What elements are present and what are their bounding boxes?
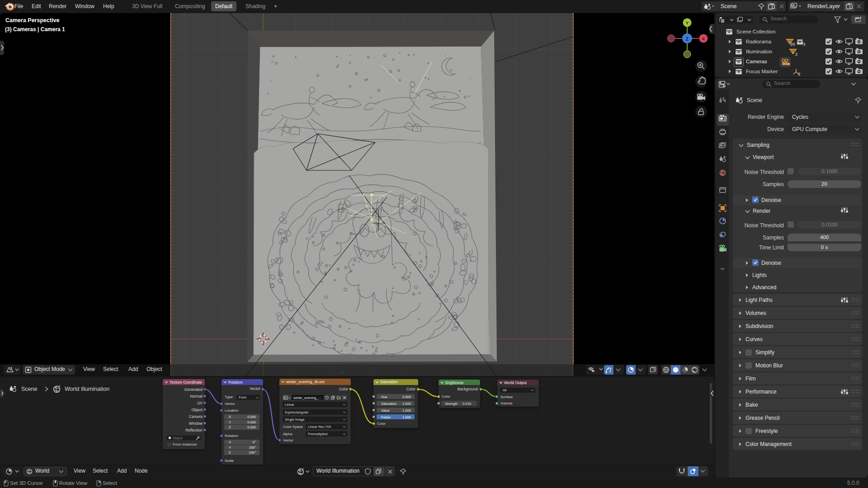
svg-text:(3) Cameras | Camera 1: (3) Cameras | Camera 1 xyxy=(5,26,65,33)
svg-text:Camera Perspective: Camera Perspective xyxy=(5,17,60,23)
svg-text:Z: Z xyxy=(686,36,689,42)
svg-text:X: X xyxy=(702,36,705,41)
svg-text:Y: Y xyxy=(686,20,689,25)
